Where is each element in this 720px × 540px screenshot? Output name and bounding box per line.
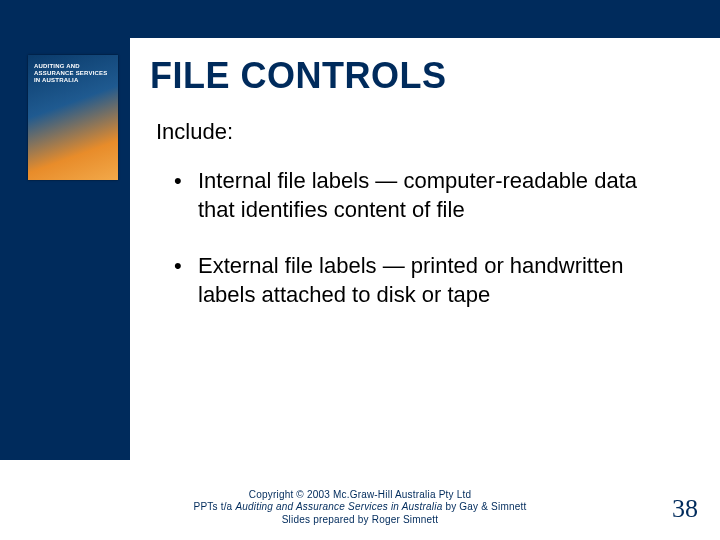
copyright-icon: © [296, 489, 304, 500]
book-cover-title: AUDITING AND ASSURANCE SERVICES IN AUSTR… [28, 55, 118, 85]
bullet-list: Internal file labels — computer-readable… [150, 167, 680, 337]
bullet-item: Internal file labels — computer-readable… [174, 167, 680, 252]
book-cover-image: AUDITING AND ASSURANCE SERVICES IN AUSTR… [28, 55, 118, 180]
copyright-footer: Copyright © 2003 Mc.Graw-Hill Australia … [0, 489, 720, 527]
content-area: FILE CONTROLS Include: Internal file lab… [150, 55, 680, 337]
slide-title: FILE CONTROLS [150, 55, 680, 97]
footer-text: Copyright [249, 489, 297, 500]
footer-text: Slides prepared by Roger Simnett [0, 514, 720, 527]
page-number: 38 [672, 494, 698, 524]
slide: AUDITING AND ASSURANCE SERVICES IN AUSTR… [0, 0, 720, 540]
intro-text: Include: [156, 119, 680, 145]
footer-book-title: Auditing and Assurance Services in Austr… [235, 501, 442, 512]
footer-text: PPTs t/a [194, 501, 236, 512]
bullet-item: External file labels — printed or handwr… [174, 252, 680, 337]
footer-text: 2003 Mc.Graw-Hill Australia Pty Ltd [304, 489, 471, 500]
footer-text: by Gay & Simnett [442, 501, 526, 512]
